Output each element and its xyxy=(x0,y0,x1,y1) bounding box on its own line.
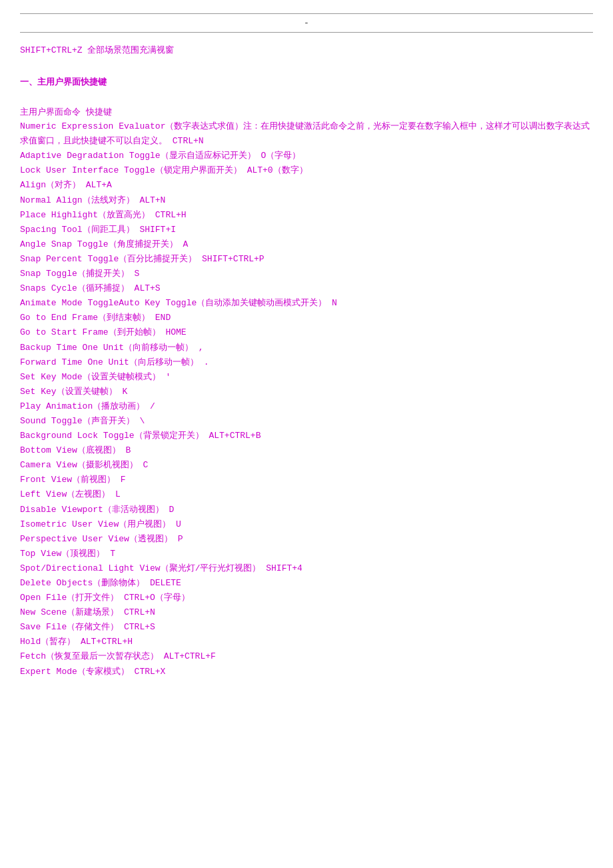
shortcut-lines: Numeric Expression Evaluator（数字表达式求值）注：在… xyxy=(20,119,593,679)
shortcut-line: Snap Toggle（捕捉开关） S xyxy=(20,267,593,281)
shortcut-line: Background Lock Toggle（背景锁定开关） ALT+CTRL+… xyxy=(20,429,593,443)
shortcut-line: Fetch（恢复至最后一次暂存状态） ALT+CTRL+F xyxy=(20,649,593,664)
shortcut-line: Angle Snap Toggle（角度捕捉开关） A xyxy=(20,237,593,252)
shortcut-line: Camera View（摄影机视图） C xyxy=(20,458,593,473)
shortcut-line: Go to Start Frame（到开始帧） HOME xyxy=(20,325,593,340)
shortcut-line: Animate Mode ToggleAuto Key Toggle（自动添加关… xyxy=(20,296,593,311)
shortcut-line: Normal Align（法线对齐） ALT+N xyxy=(20,193,593,208)
shortcut-line: Expert Mode（专家模式） CTRL+X xyxy=(20,665,593,679)
shortcut-line: Backup Time One Unit（向前移动一帧） , xyxy=(20,341,593,355)
shortcut-line: Front View（前视图） F xyxy=(20,473,593,487)
top-line-text: SHIFT+CTRL+Z 全部场景范围充满视窗 xyxy=(20,43,593,58)
table-header: 主用户界面命令 快捷键 xyxy=(20,106,593,118)
shortcut-line: Perspective User View（透视图） P xyxy=(20,532,593,547)
shortcut-line: Forward Time One Unit（向后移动一帧） . xyxy=(20,355,593,370)
shortcut-line: Save File（存储文件） CTRL+S xyxy=(20,620,593,635)
shortcut-line: Play Animation（播放动画） / xyxy=(20,399,593,414)
bottom-divider xyxy=(20,32,593,33)
shortcut-line: Spacing Tool（间距工具） SHIFT+I xyxy=(20,223,593,237)
shortcut-line: Snap Percent Toggle（百分比捕捉开关） SHIFT+CTRL+… xyxy=(20,252,593,267)
top-divider xyxy=(20,13,593,14)
shortcut-line: Set Key Mode（设置关键帧模式） ' xyxy=(20,370,593,385)
shortcut-line: Align（对齐） ALT+A xyxy=(20,178,593,193)
shortcut-line: Sound Toggle（声音开关） \ xyxy=(20,414,593,429)
shortcut-line: New Scene（新建场景） CTRL+N xyxy=(20,605,593,620)
shortcut-line: Disable Viewport（非活动视图） D xyxy=(20,503,593,517)
shortcut-line: Place Highlight（放置高光） CTRL+H xyxy=(20,208,593,223)
shortcut-line: Set Key（设置关键帧） K xyxy=(20,385,593,399)
page-container: - SHIFT+CTRL+Z 全部场景范围充满视窗 一、主用户界面快捷键 主用户… xyxy=(20,13,593,679)
shortcut-line: Numeric Expression Evaluator（数字表达式求值）注：在… xyxy=(20,119,593,149)
section-title-container: 一、主用户界面快捷键 xyxy=(20,76,593,88)
shortcut-line: Left View（左视图） L xyxy=(20,487,593,502)
shortcut-line: Lock User Interface Toggle（锁定用户界面开关） ALT… xyxy=(20,163,593,178)
page-number: - xyxy=(20,18,593,28)
shortcut-line: Bottom View（底视图） B xyxy=(20,443,593,458)
top-line-section: SHIFT+CTRL+Z 全部场景范围充满视窗 xyxy=(20,43,593,58)
shortcut-line: Spot/Directional Light View（聚光灯/平行光灯视图） … xyxy=(20,561,593,576)
shortcut-line: Go to End Frame（到结束帧） END xyxy=(20,311,593,325)
shortcut-line: Snaps Cycle（循环捕捉） ALT+S xyxy=(20,281,593,296)
shortcut-line: Top View（顶视图） T xyxy=(20,547,593,561)
shortcut-line: Open File（打开文件） CTRL+O（字母） xyxy=(20,591,593,605)
shortcut-line: Adaptive Degradation Toggle（显示自适应标记开关） O… xyxy=(20,149,593,163)
section-title: 一、主用户界面快捷键 xyxy=(20,76,593,88)
shortcut-line: Hold（暂存） ALT+CTRL+H xyxy=(20,635,593,649)
shortcut-line: Delete Objects（删除物体） DELETE xyxy=(20,576,593,591)
shortcut-line: Isometric User View（用户视图） U xyxy=(20,517,593,532)
